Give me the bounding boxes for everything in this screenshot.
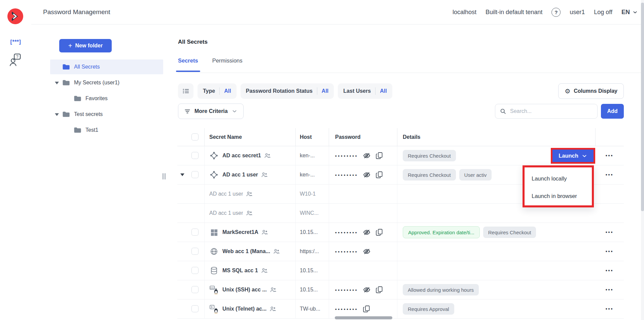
- row-menu-button[interactable]: •••: [606, 307, 614, 311]
- new-folder-label: New folder: [75, 43, 103, 49]
- host-value: WINC...: [300, 210, 319, 216]
- main-content: All Secrets Secrets Permissions TypeAllP…: [167, 25, 644, 320]
- copy-icon[interactable]: [375, 228, 383, 236]
- password-mask: ••••••••: [335, 154, 358, 158]
- column-header-secret-name[interactable]: Secret Name: [204, 128, 295, 146]
- row-select-cell: [177, 185, 204, 203]
- secret-name[interactable]: MS SQL acc 1: [222, 268, 258, 274]
- caret-down-icon[interactable]: [55, 81, 59, 84]
- row-checkbox[interactable]: [191, 152, 199, 159]
- sidebar-folder-all-secrets[interactable]: All Secrets: [50, 59, 163, 74]
- host-value: 10.15...: [300, 287, 318, 293]
- plus-icon: +: [68, 42, 72, 49]
- folder-label: Favorites: [85, 95, 108, 102]
- vertical-scrollbar-thumb[interactable]: [641, 3, 644, 211]
- secret-name-cell: MarkSecret1A: [204, 223, 295, 242]
- row-checkbox[interactable]: [191, 305, 199, 312]
- row-menu-button[interactable]: •••: [606, 230, 614, 235]
- copy-icon[interactable]: [375, 286, 383, 294]
- copy-icon[interactable]: [375, 152, 383, 160]
- row-checkbox[interactable]: [191, 171, 199, 178]
- vault-nav-icon[interactable]: [***]: [0, 39, 31, 45]
- column-header-password[interactable]: Password: [329, 128, 397, 146]
- row-menu-button[interactable]: •••: [606, 153, 614, 158]
- svg-text:?: ?: [16, 54, 19, 59]
- row-select-cell: [177, 165, 204, 184]
- row-menu-button[interactable]: •••: [606, 249, 614, 254]
- eye-off-icon[interactable]: [363, 152, 371, 160]
- columns-display-button[interactable]: ⚙ Columns Display: [558, 83, 624, 99]
- column-header-details[interactable]: Details: [397, 128, 595, 146]
- user-help-icon[interactable]: ?: [9, 53, 22, 67]
- more-criteria-button[interactable]: More Criteria: [178, 104, 244, 119]
- row-menu-button[interactable]: •••: [606, 287, 614, 292]
- eye-off-icon[interactable]: [363, 171, 371, 179]
- caret-down-icon[interactable]: [55, 113, 59, 116]
- password-cell: ••••••••: [329, 280, 397, 299]
- filter-label: Password Rotation Status: [246, 88, 313, 94]
- row-checkbox[interactable]: [191, 229, 199, 236]
- add-button[interactable]: Add: [601, 104, 624, 119]
- users-icon: [261, 268, 268, 273]
- host-value: 10.15...: [300, 268, 318, 274]
- sidebar-folder-test-secrets[interactable]: Test secrets: [50, 107, 163, 122]
- row-checkbox[interactable]: [191, 267, 199, 274]
- list-view-button[interactable]: [178, 83, 193, 99]
- launch-menu-item-launch-locally[interactable]: Launch locally: [525, 170, 592, 187]
- new-folder-button[interactable]: + New folder: [59, 39, 112, 52]
- horizontal-scrollbar-thumb[interactable]: [335, 316, 392, 319]
- secret-name[interactable]: AD acc 1 user: [209, 210, 243, 216]
- columns-display-label: Columns Display: [574, 88, 617, 94]
- page-title: All Secrets: [178, 39, 208, 45]
- secret-name[interactable]: AD acc 1 user: [222, 172, 258, 178]
- copy-icon[interactable]: [375, 171, 383, 179]
- logoff-link[interactable]: Log off: [594, 9, 612, 16]
- select-all-checkbox[interactable]: [191, 133, 199, 141]
- row-menu-button[interactable]: •••: [606, 172, 614, 177]
- secret-name[interactable]: Web acc 1 (Mana...: [222, 248, 270, 254]
- panel-resize-handle[interactable]: [163, 173, 166, 179]
- sidebar-folder-favorites[interactable]: Favorites: [50, 91, 163, 106]
- tab-secrets[interactable]: Secrets: [178, 57, 198, 72]
- users-icon: [270, 306, 276, 312]
- host-value: ken-...: [300, 172, 315, 178]
- launch-label: Launch: [559, 153, 578, 159]
- current-user-label[interactable]: user1: [570, 9, 585, 16]
- row-select-cell: [177, 146, 204, 165]
- sidebar-folder-my-secrets-user1[interactable]: My Secrets (user1): [50, 75, 163, 90]
- row-actions-cell: [595, 185, 624, 203]
- folder-label: Test1: [85, 127, 98, 133]
- filter-chip-last-users[interactable]: Last UsersAll: [338, 83, 392, 99]
- secret-name[interactable]: Unix (Telnet) ac...: [222, 306, 266, 312]
- expand-caret-icon[interactable]: [180, 173, 184, 176]
- copy-icon[interactable]: [363, 305, 370, 313]
- row-checkbox[interactable]: [191, 286, 199, 293]
- eye-off-icon[interactable]: [363, 247, 371, 255]
- table-row: Unix (Telnet) ac...TW-ub...••••••••Requi…: [177, 299, 624, 319]
- help-icon[interactable]: ?: [551, 8, 561, 17]
- search-input[interactable]: [509, 108, 593, 115]
- filter-chip-password-rotation-status[interactable]: Password Rotation StatusAll: [241, 83, 334, 99]
- ad-icon: [209, 170, 219, 179]
- launch-menu-item-launch-in-browser[interactable]: Launch in browser: [525, 187, 592, 205]
- secret-name[interactable]: AD acc secret1: [222, 153, 261, 159]
- secret-name[interactable]: Unix (SSH) acc ...: [222, 287, 267, 293]
- filter-chip-type[interactable]: TypeAll: [198, 83, 237, 99]
- tab-permissions[interactable]: Permissions: [212, 57, 243, 72]
- column-header-host[interactable]: Host: [295, 128, 329, 146]
- eye-off-icon[interactable]: [363, 286, 371, 294]
- folder-label: My Secrets (user1): [74, 80, 119, 86]
- details-cell: [397, 261, 595, 280]
- sidebar-folder-test1[interactable]: Test1: [50, 123, 163, 137]
- row-select-cell: [177, 204, 204, 223]
- language-selector[interactable]: EN: [621, 9, 638, 16]
- launch-button[interactable]: Launch: [551, 148, 595, 164]
- secret-name[interactable]: MarkSecret1A: [222, 229, 258, 235]
- row-checkbox[interactable]: [191, 248, 199, 255]
- eye-off-icon[interactable]: [363, 228, 371, 236]
- row-select-cell: [177, 223, 204, 242]
- secret-name[interactable]: AD acc 1 user: [209, 191, 243, 197]
- row-menu-button[interactable]: •••: [606, 268, 614, 273]
- tenant-label[interactable]: Built-in default tenant: [486, 9, 542, 16]
- details-cell: Requires Approval: [397, 299, 595, 318]
